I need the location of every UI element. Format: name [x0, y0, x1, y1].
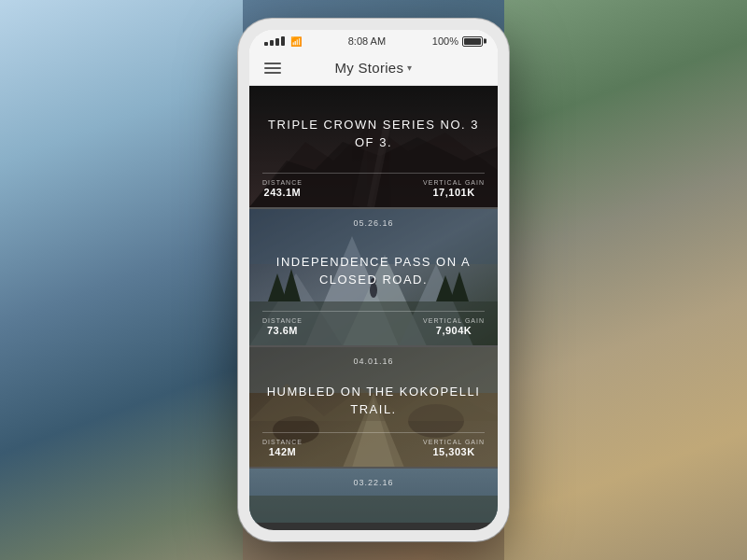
wifi-icon: 📶: [290, 36, 302, 47]
story-card-3[interactable]: 04.01.16 HUMBLED ON THE KOKOPELLI TRAIL.…: [249, 345, 498, 467]
story-content-3: 04.01.16 HUMBLED ON THE KOKOPELLI TRAIL.…: [249, 347, 498, 467]
status-left: 📶: [264, 36, 302, 47]
story-stat-distance-2: DISTANCE 73.6M: [262, 317, 303, 336]
story-card-4[interactable]: 03.22.16: [249, 467, 498, 523]
story-card-2[interactable]: 05.26.16 INDEPENDENCE PASS ON A CLOSED R…: [249, 207, 498, 345]
story-content-2: 05.26.16 INDEPENDENCE PASS ON A CLOSED R…: [249, 209, 498, 345]
story-stats-3: DISTANCE 142M VERTICAL GAIN 15,303K: [262, 432, 485, 457]
stat-value-distance-1: 243.1M: [264, 187, 302, 198]
stat-label-distance-1: DISTANCE: [262, 179, 303, 186]
story-stat-gain-2: VERTICAL GAIN 7,904K: [423, 317, 485, 336]
stories-list[interactable]: TRIPLE CROWN SERIES NO. 3 OF 3. DISTANCE…: [249, 86, 498, 530]
background-left: [0, 0, 243, 560]
signal-dot-3: [275, 38, 279, 46]
stat-label-gain-3: VERTICAL GAIN: [423, 439, 485, 445]
stat-value-gain-2: 7,904K: [436, 325, 472, 336]
signal-dot-1: [264, 42, 268, 46]
nav-title-text: My Stories: [334, 60, 403, 76]
background-right: [504, 0, 747, 560]
story-stats-2: DISTANCE 73.6M VERTICAL GAIN 7,904K: [262, 311, 485, 336]
stat-value-distance-2: 73.6M: [267, 325, 298, 336]
story-title-1: TRIPLE CROWN SERIES NO. 3 OF 3.: [262, 95, 485, 173]
stat-label-gain-1: VERTICAL GAIN: [423, 179, 485, 186]
stat-value-gain-3: 15,303K: [433, 446, 475, 457]
nav-title[interactable]: My Stories ▾: [334, 60, 412, 76]
story-stat-gain-1: VERTICAL GAIN 17,101K: [423, 179, 485, 198]
phone-frame: 📶 8:08 AM 100% My Stories: [238, 19, 509, 541]
story-content-4: 03.22.16: [249, 469, 498, 523]
story-content-1: TRIPLE CROWN SERIES NO. 3 OF 3. DISTANCE…: [249, 86, 498, 207]
phone-container: 📶 8:08 AM 100% My Stories: [238, 19, 509, 541]
phone-inner: 📶 8:08 AM 100% My Stories: [249, 30, 498, 530]
menu-line-3: [264, 72, 281, 74]
status-right: 100%: [432, 35, 483, 47]
story-title-2: INDEPENDENCE PASS ON A CLOSED ROAD.: [262, 231, 485, 311]
status-time: 8:08 AM: [348, 35, 386, 47]
story-stats-1: DISTANCE 243.1M VERTICAL GAIN 17,101K: [262, 173, 485, 198]
story-stat-distance-3: DISTANCE 142M: [262, 439, 303, 457]
signal-dot-2: [270, 40, 274, 46]
battery-percent: 100%: [432, 35, 458, 47]
signal-dot-4: [281, 36, 285, 46]
stat-label-distance-3: DISTANCE: [262, 439, 303, 445]
stat-value-distance-3: 142M: [269, 446, 297, 457]
nav-dropdown-arrow: ▾: [407, 63, 412, 73]
story-date-4: 03.22.16: [262, 478, 485, 487]
stat-value-gain-1: 17,101K: [433, 187, 475, 198]
story-title-3: HUMBLED ON THE KOKOPELLI TRAIL.: [262, 370, 485, 432]
story-card-1[interactable]: TRIPLE CROWN SERIES NO. 3 OF 3. DISTANCE…: [249, 86, 498, 207]
story-stat-distance-1: DISTANCE 243.1M: [262, 179, 303, 198]
story-date-3: 04.01.16: [262, 357, 485, 366]
menu-button[interactable]: [264, 63, 281, 74]
story-date-2: 05.26.16: [262, 218, 485, 228]
signal-dots: [264, 36, 285, 46]
menu-line-2: [264, 67, 281, 69]
stat-label-distance-2: DISTANCE: [262, 317, 303, 324]
stat-label-gain-2: VERTICAL GAIN: [423, 317, 485, 324]
nav-bar: My Stories ▾: [249, 50, 498, 86]
battery-icon: [462, 36, 483, 47]
menu-line-1: [264, 63, 281, 64]
status-bar: 📶 8:08 AM 100%: [249, 30, 498, 50]
story-stat-gain-3: VERTICAL GAIN 15,303K: [423, 439, 485, 457]
battery-fill: [464, 38, 481, 45]
